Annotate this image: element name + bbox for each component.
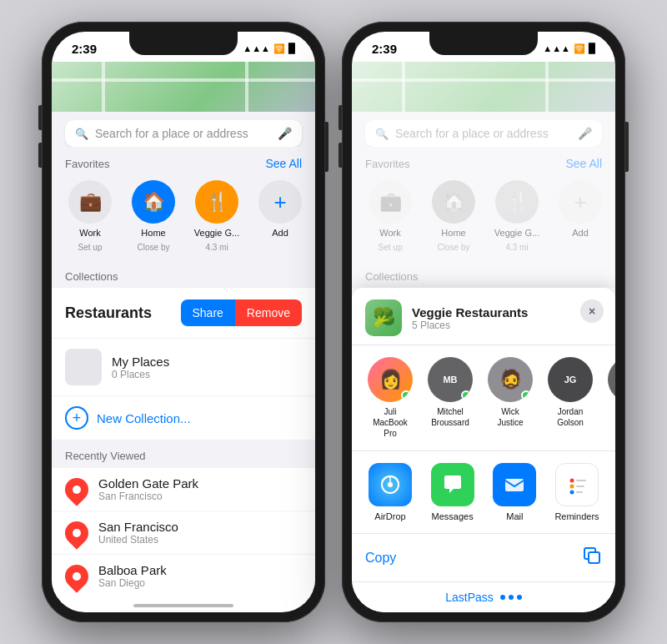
signal-icon: ▲▲▲	[243, 43, 270, 53]
collections-header: Collections	[52, 262, 315, 288]
my-places-title: My Places	[112, 355, 169, 369]
svg-point-5	[569, 491, 574, 495]
svg-point-4	[569, 485, 574, 489]
swipe-buttons: Share Remove	[181, 299, 303, 326]
contact-phil[interactable]: 👤 phil	[605, 357, 615, 439]
search-bar[interactable]: 🔍 Search for a place or address 🎤	[65, 120, 302, 147]
mic-icon[interactable]: 🎤	[278, 127, 292, 140]
contact-phil-avatar: 👤	[608, 357, 615, 402]
favorite-add-label: Add	[272, 228, 288, 239]
favorite-home-sub: Close by	[138, 243, 170, 252]
share-sheet-title-block: Veggie Restaurants 5 Places	[412, 305, 528, 331]
online-dot-juli	[401, 390, 411, 400]
battery-icon-right: ▉	[589, 43, 595, 54]
favorite-veggie-sub: 4.3 mi	[205, 243, 228, 252]
plus-icon: +	[65, 406, 88, 430]
recent-sub-3: San Diego	[98, 577, 167, 589]
share-sheet-subtitle: 5 Places	[412, 319, 528, 331]
status-time: 2:39	[72, 42, 97, 56]
app-mail[interactable]: Mail	[489, 463, 539, 521]
contact-juli-name: JuliMacBook Pro	[365, 406, 415, 439]
search-bar-right: 🔍 Search for a place or address 🎤	[365, 120, 602, 147]
recent-balboa[interactable]: Balboa Park San Diego	[52, 554, 315, 597]
favorite-add[interactable]: + Add	[255, 180, 305, 252]
map-area-right	[352, 62, 615, 112]
search-icon-right: 🔍	[375, 128, 389, 140]
recently-viewed-title: Recently Viewed	[65, 450, 146, 462]
new-collection-label[interactable]: New Collection...	[97, 411, 191, 425]
battery-icon: ▉	[288, 43, 295, 54]
search-area-right: 🔍 Search for a place or address 🎤	[352, 112, 615, 147]
favorite-work[interactable]: 💼 Work Set up	[65, 180, 115, 252]
contact-wick[interactable]: 🧔 WickJustice	[485, 357, 535, 439]
messages-label: Messages	[432, 511, 474, 521]
recent-title-3: Balboa Park	[98, 563, 167, 577]
search-area: 🔍 Search for a place or address 🎤	[52, 112, 315, 147]
favorite-veggie-label: Veggie G...	[194, 228, 239, 239]
app-airdrop[interactable]: AirDrop	[365, 463, 415, 521]
recent-sub-1: San Francisco	[98, 491, 198, 502]
new-collection-row[interactable]: + New Collection...	[52, 395, 315, 440]
favorite-veggie[interactable]: 🍴 Veggie G... 4.3 mi	[192, 180, 242, 252]
favorite-veggie-icon: 🍴	[195, 180, 238, 224]
svg-point-3	[569, 479, 574, 483]
contact-jordan[interactable]: JG JordanGolson	[545, 357, 595, 439]
recent-golden-gate[interactable]: Golden Gate Park San Francisco	[52, 467, 315, 511]
copy-icon	[582, 546, 602, 570]
share-sheet-close[interactable]: ×	[580, 299, 604, 323]
favorite-home[interactable]: 🏠 Home Close by	[128, 180, 178, 252]
wifi-icon-right: 🛜	[574, 43, 585, 54]
map-area[interactable]	[52, 62, 315, 112]
mail-icon	[493, 463, 536, 506]
svg-rect-7	[576, 486, 584, 487]
status-icons: ▲▲▲ 🛜 ▉	[243, 43, 295, 54]
share-sheet-title: Veggie Restaurants	[412, 305, 528, 319]
favorite-add-icon: +	[258, 180, 302, 224]
pin-icon	[60, 473, 93, 506]
search-input[interactable]: Search for a place or address	[95, 127, 271, 140]
online-dot-wick	[521, 390, 531, 400]
mail-label: Mail	[506, 511, 523, 521]
lastpass-row[interactable]: LastPass	[352, 582, 615, 612]
remove-button[interactable]: Remove	[235, 299, 302, 326]
recent-sf[interactable]: San Francisco United States	[52, 511, 315, 554]
copy-label[interactable]: Copy	[365, 551, 396, 566]
contact-mitchel[interactable]: MB MitchelBroussard	[425, 357, 475, 439]
svg-rect-2	[505, 479, 524, 491]
my-places-sub: 0 Places	[112, 369, 169, 380]
my-places-row[interactable]: My Places 0 Places	[52, 338, 315, 395]
contact-wick-avatar: 🧔	[488, 357, 533, 402]
airdrop-icon	[369, 463, 412, 506]
favorite-home-label: Home	[141, 228, 165, 239]
search-icon: 🔍	[75, 128, 88, 140]
share-button[interactable]: Share	[181, 299, 235, 326]
app-messages[interactable]: Messages	[428, 463, 478, 521]
copy-row[interactable]: Copy	[352, 534, 615, 582]
favorites-row: 💼 Work Set up 🏠 Home Close by 🍴 Veggie G…	[52, 175, 315, 262]
favorites-header-right: Favorites See All	[352, 147, 615, 175]
left-phone: 2:39 ▲▲▲ 🛜 ▉ 🔍 Search for a place or add…	[42, 22, 325, 622]
favorite-work-sub: Set up	[78, 243, 103, 252]
restaurant-row[interactable]: Restaurants Share Remove	[52, 288, 315, 338]
collections-header-right: Collections	[352, 262, 615, 288]
favorites-title-right: Favorites	[365, 158, 409, 170]
notch-right	[429, 32, 538, 55]
restaurant-title: Restaurants	[65, 304, 152, 322]
fav-home-right: 🏠 Home Close by	[429, 180, 479, 252]
svg-rect-6	[576, 480, 586, 481]
recently-viewed-header: Recently Viewed	[52, 440, 315, 467]
favorite-home-icon: 🏠	[132, 180, 175, 224]
share-sheet-header: 🥦 Veggie Restaurants 5 Places ×	[352, 288, 615, 345]
see-all-button[interactable]: See All	[265, 157, 302, 170]
favorites-row-right: 💼 Work Set up 🏠 Home Close by 🍴 Veggie G…	[352, 175, 615, 262]
collections-title: Collections	[65, 270, 118, 283]
contact-wick-name: WickJustice	[497, 406, 523, 428]
contact-juli[interactable]: 👩 JuliMacBook Pro	[365, 357, 415, 439]
app-reminders[interactable]: Reminders	[552, 463, 602, 521]
airdrop-label: AirDrop	[374, 511, 405, 521]
contacts-row: 👩 JuliMacBook Pro MB MitchelBroussard	[352, 345, 615, 451]
contact-juli-avatar: 👩	[368, 357, 413, 402]
see-all-right: See All	[565, 157, 602, 170]
favorite-work-label: Work	[79, 228, 100, 239]
svg-rect-9	[589, 552, 599, 563]
